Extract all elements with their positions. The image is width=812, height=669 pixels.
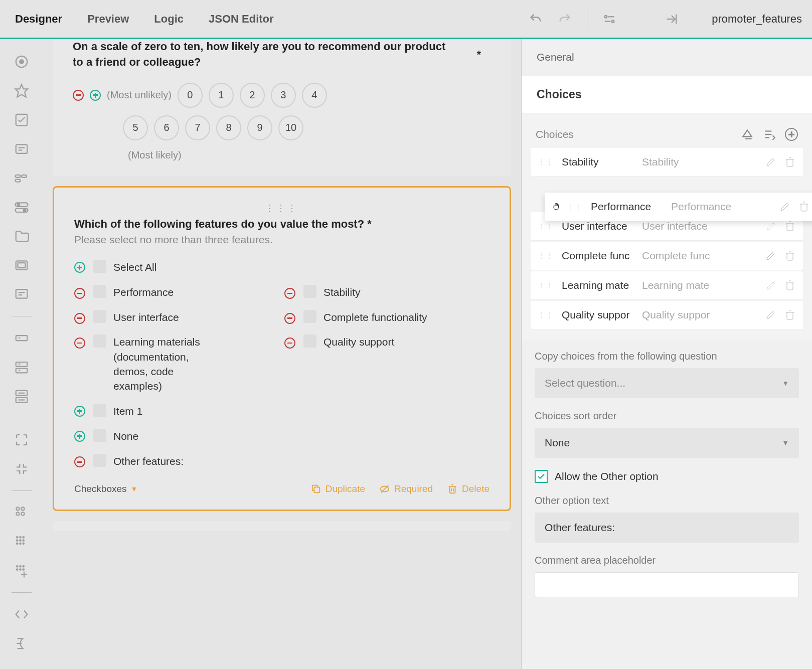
add-icon[interactable] [90,90,101,101]
checkbox-box[interactable] [93,260,106,273]
choice-value[interactable]: Complete func [637,250,765,262]
nps-question[interactable]: On a scale of zero to ten, how likely ar… [53,39,511,176]
choice-item-support[interactable]: ⋮⋮ Quality suppor Quality suppor [531,301,803,329]
nps-2[interactable]: 2 [240,83,265,108]
html-icon[interactable] [14,607,29,622]
trash-icon[interactable] [784,279,796,291]
sort-order-select[interactable]: None ▼ [535,428,799,458]
next-question-placeholder[interactable] [53,521,511,531]
rating-icon[interactable] [14,83,29,98]
expand-icon[interactable] [14,432,29,447]
choice-item-complete[interactable]: ⋮⋮ Complete func Complete func [531,242,803,270]
choice-value[interactable]: Learning mate [637,279,765,291]
remove-icon[interactable] [74,338,85,349]
choice-item-performance[interactable]: ⋮⋮ Performance Performance [545,193,812,221]
other-text-input[interactable]: Other features: [535,513,799,543]
nps-4[interactable]: 4 [302,83,327,108]
option-complete[interactable]: Complete functionality [284,310,490,324]
tab-preview[interactable]: Preview [87,13,129,26]
trash-icon[interactable] [784,250,796,262]
panel-icon[interactable] [14,389,29,404]
choice-value[interactable]: Performance [666,201,779,213]
remove-icon[interactable] [284,288,295,299]
checkbox-box[interactable] [93,404,106,417]
checkbox-question[interactable]: ⋮⋮⋮ Which of the following features do y… [53,186,511,512]
matrix-dropdown-icon[interactable] [14,534,29,549]
grip-icon[interactable]: ⋮⋮ [567,205,591,208]
drag-handle-icon[interactable]: ⋮⋮⋮ [74,203,490,217]
max-label[interactable]: (Most likely) [128,149,491,161]
choice-text[interactable]: Quality suppor [562,309,637,321]
add-icon[interactable] [74,406,85,417]
option-label[interactable]: Complete functionality [323,310,427,324]
choice-value[interactable]: Stability [637,156,765,168]
collapse-corners-icon[interactable] [14,461,29,476]
grip-icon[interactable]: ⋮⋮ [538,254,562,257]
batch-edit-icon[interactable] [763,128,776,141]
checkbox-box[interactable] [303,334,316,348]
choice-text[interactable]: Performance [591,201,666,213]
trash-icon[interactable] [784,156,796,168]
option-ui[interactable]: User interface [74,310,279,324]
dropdown-icon[interactable] [14,141,29,156]
option-label[interactable]: Learning materials (documentation, demos… [113,334,214,394]
nps-8[interactable]: 8 [216,115,241,140]
file-icon[interactable] [14,229,29,244]
option-label[interactable]: Item 1 [113,404,142,418]
copy-choices-select[interactable]: Select question... ▼ [535,368,799,398]
add-icon[interactable] [74,431,85,442]
radiogroup-icon[interactable] [14,54,29,69]
tab-json-editor[interactable]: JSON Editor [209,13,274,26]
option-label[interactable]: Stability [323,285,361,299]
edit-icon[interactable] [765,250,777,262]
matrix-icon[interactable] [14,505,29,520]
choices-section-header[interactable]: Choices [522,75,812,114]
grip-icon[interactable]: ⋮⋮ [538,284,562,287]
image-icon[interactable] [14,258,29,273]
option-learning[interactable]: Learning materials (documentation, demos… [74,334,279,394]
option-stability[interactable]: Stability [284,285,490,299]
edit-icon[interactable] [765,279,777,291]
edit-icon[interactable] [765,220,777,232]
text-icon[interactable] [14,330,29,346]
tab-logic[interactable]: Logic [154,13,184,26]
choice-item-stability[interactable]: ⋮⋮ Stability Stability [531,148,803,177]
checkbox-title[interactable]: Which of the following features do you v… [74,217,490,232]
nps-5[interactable]: 5 [123,115,148,140]
question-type-selector[interactable]: Checkboxes ▼ [74,483,137,494]
grip-icon[interactable]: ⋮⋮ [538,313,562,316]
trash-icon[interactable] [784,220,796,232]
redo-icon[interactable] [558,12,572,26]
delete-button[interactable]: Delete [447,483,490,494]
remove-icon[interactable] [74,288,85,299]
checkbox-box[interactable] [93,429,106,442]
tab-designer[interactable]: Designer [15,13,62,26]
add-icon[interactable] [74,262,85,273]
remove-icon[interactable] [74,313,85,324]
edit-icon[interactable] [765,309,777,321]
nps-0[interactable]: 0 [178,83,203,108]
edit-icon[interactable] [765,156,777,168]
checkbox-box[interactable] [93,310,106,323]
option-label[interactable]: Select All [113,260,156,274]
general-section-header[interactable]: General [522,39,812,75]
option-label[interactable]: None [113,429,138,443]
nps-6[interactable]: 6 [154,115,179,140]
edit-icon[interactable] [779,201,791,213]
option-none[interactable]: None [74,429,490,444]
duplicate-button[interactable]: Duplicate [310,483,365,494]
checkbox-desc[interactable]: Please select no more than three feature… [74,234,490,246]
choice-item-learning[interactable]: ⋮⋮ Learning mate Learning mate [531,271,803,300]
nps-7[interactable]: 7 [185,115,210,140]
grip-icon[interactable]: ⋮⋮ [538,160,562,163]
remove-icon[interactable] [284,338,295,349]
tagbox-icon[interactable] [14,171,29,186]
choice-value[interactable]: User interface [637,220,765,232]
checkbox-box[interactable] [303,310,316,323]
expression-icon[interactable] [14,636,29,651]
undo-icon[interactable] [529,12,543,26]
settings-icon[interactable] [602,12,616,26]
nps-10[interactable]: 10 [278,115,303,140]
choice-text[interactable]: Stability [562,156,637,168]
grip-icon[interactable]: ⋮⋮ [538,225,562,228]
